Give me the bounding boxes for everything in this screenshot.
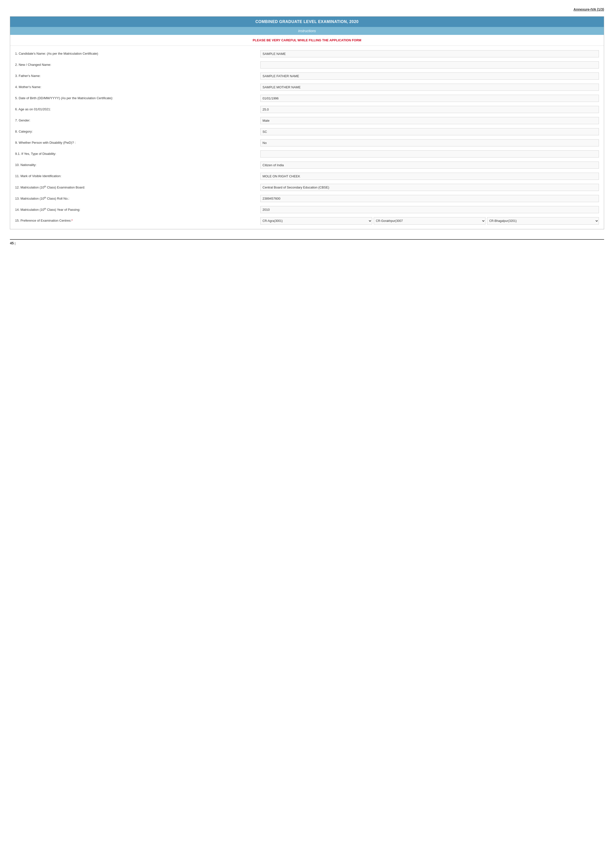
label-disability-type: 9.1. If Yes, Type of Disability: xyxy=(15,150,260,156)
value-mother-name xyxy=(260,84,599,91)
label-matric-roll: 13. Matriculation (10th Class) Roll No.: xyxy=(15,195,260,200)
form-row-new-name: 2. New / Changed Name: xyxy=(15,59,599,70)
label-category: 8. Category: xyxy=(15,128,260,133)
exam-centre-1-select[interactable]: CR-Agra(3001) xyxy=(260,217,372,225)
label-age: 6. Age as on 01/01/2021: xyxy=(15,106,260,111)
form-row-mother-name: 4. Mother's Name: xyxy=(15,82,599,93)
exam-centres-selects: CR-Agra(3001) CR-Gorakhpur(3007 CR-Bhaga… xyxy=(260,217,599,225)
annexure-title: Annexure-IVA (1/3) xyxy=(10,8,604,11)
label-father-name: 3. Father's Name: xyxy=(15,73,260,78)
page-footer: 45 | xyxy=(10,239,604,245)
main-container: COMBINED GRADUATE LEVEL EXAMINATION, 202… xyxy=(10,16,604,229)
value-category xyxy=(260,128,599,135)
exam-centre-3-select[interactable]: CR-Bhagalpur(3201) xyxy=(487,217,599,225)
label-matric-board: 12. Matriculation (10th Class) Examinati… xyxy=(15,184,260,189)
form-row-father-name: 3. Father's Name: xyxy=(15,70,599,82)
input-mother-name[interactable] xyxy=(260,84,599,91)
value-gender xyxy=(260,117,599,124)
value-new-name xyxy=(260,61,599,68)
value-exam-centres: CR-Agra(3001) CR-Gorakhpur(3007 CR-Bhaga… xyxy=(260,217,599,225)
sub-header: Instructions xyxy=(10,27,604,35)
value-age xyxy=(260,106,599,113)
value-disability-type xyxy=(260,150,599,158)
input-matric-roll[interactable] xyxy=(260,195,599,202)
form-row-dob: 5. Date of Birth (DD/MM/YYYY) (As per th… xyxy=(15,93,599,104)
input-new-name[interactable] xyxy=(260,61,599,68)
label-visible-id: 11. Mark of Visible Identification: xyxy=(15,173,260,178)
input-matric-board[interactable] xyxy=(260,184,599,191)
input-disability-type[interactable] xyxy=(260,150,599,158)
value-candidate-name xyxy=(260,50,599,57)
input-visible-id[interactable] xyxy=(260,173,599,180)
exam-centre-2-select[interactable]: CR-Gorakhpur(3007 xyxy=(374,217,485,225)
value-matric-roll xyxy=(260,195,599,202)
main-header: COMBINED GRADUATE LEVEL EXAMINATION, 202… xyxy=(10,17,604,27)
input-gender[interactable] xyxy=(260,117,599,124)
form-row-matric-board: 12. Matriculation (10th Class) Examinati… xyxy=(15,182,599,193)
instructions-text: PLEASE BE VERY CAREFUL WHILE FILLING THE… xyxy=(10,35,604,46)
label-mother-name: 4. Mother's Name: xyxy=(15,84,260,89)
label-gender: 7. Gender: xyxy=(15,117,260,122)
value-nationality xyxy=(260,161,599,169)
value-matric-board xyxy=(260,184,599,191)
value-father-name xyxy=(260,73,599,80)
form-row-matric-year: 14. Matriculation (10th Class) Year of P… xyxy=(15,204,599,215)
form-body: 1. Candidate's Name: (As per the Matricu… xyxy=(10,46,604,229)
label-dob: 5. Date of Birth (DD/MM/YYYY) (As per th… xyxy=(15,95,260,100)
value-dob xyxy=(260,95,599,102)
label-candidate-name: 1. Candidate's Name: (As per the Matricu… xyxy=(15,50,260,56)
form-row-visible-id: 11. Mark of Visible Identification: xyxy=(15,170,599,182)
value-pwd xyxy=(260,139,599,146)
input-candidate-name[interactable] xyxy=(260,50,599,57)
page-number: 45 xyxy=(10,241,14,245)
form-row-exam-centres: 15. Preference of Examination Centres:* … xyxy=(15,215,599,226)
form-row-matric-roll: 13. Matriculation (10th Class) Roll No.: xyxy=(15,193,599,204)
input-nationality[interactable] xyxy=(260,161,599,169)
input-dob[interactable] xyxy=(260,95,599,102)
form-row-age: 6. Age as on 01/01/2021: xyxy=(15,104,599,115)
value-visible-id xyxy=(260,173,599,180)
label-nationality: 10. Nationality: xyxy=(15,161,260,167)
form-row-gender: 7. Gender: xyxy=(15,115,599,126)
label-exam-centres: 15. Preference of Examination Centres:* xyxy=(15,217,260,222)
value-matric-year xyxy=(260,206,599,213)
label-matric-year: 14. Matriculation (10th Class) Year of P… xyxy=(15,206,260,211)
form-row-pwd: 9. Whether Person with Disability (PwD)?… xyxy=(15,137,599,149)
input-matric-year[interactable] xyxy=(260,206,599,213)
input-age[interactable] xyxy=(260,106,599,113)
label-pwd: 9. Whether Person with Disability (PwD)?… xyxy=(15,139,260,144)
label-new-name: 2. New / Changed Name: xyxy=(15,61,260,67)
form-row-disability-type: 9.1. If Yes, Type of Disability: xyxy=(15,149,599,160)
form-row-nationality: 10. Nationality: xyxy=(15,160,599,170)
form-row-candidate-name: 1. Candidate's Name: (As per the Matricu… xyxy=(15,48,599,59)
form-row-category: 8. Category: xyxy=(15,126,599,137)
input-pwd[interactable] xyxy=(260,139,599,146)
input-father-name[interactable] xyxy=(260,73,599,80)
input-category[interactable] xyxy=(260,128,599,135)
